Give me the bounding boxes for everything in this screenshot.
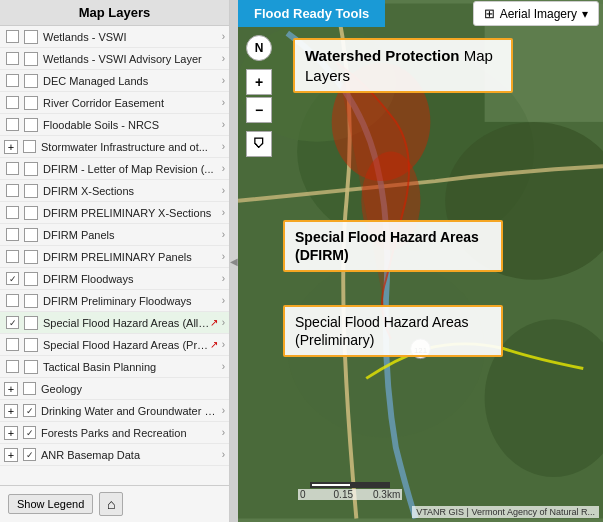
scale-bar: 0 0.15 0.3km xyxy=(298,481,402,500)
checkbox-dfirm-prelim-xsections[interactable] xyxy=(6,206,19,219)
group-label: ANR Basemap Data xyxy=(41,449,222,461)
layer-icon xyxy=(24,52,38,66)
dfirm-text: Special Flood Hazard Areas (DFIRM) xyxy=(295,229,479,263)
dfirm-label: Special Flood Hazard Areas (DFIRM) xyxy=(283,220,503,272)
layer-wetlands-advisory[interactable]: Wetlands - VSWI Advisory Layer › xyxy=(0,48,229,70)
chevron-right-icon: › xyxy=(222,31,225,42)
layer-icon xyxy=(24,272,38,286)
layer-wetlands-vswi[interactable]: Wetlands - VSWI › xyxy=(0,26,229,48)
layer-river-corridor[interactable]: River Corridor Easement › xyxy=(0,92,229,114)
expand-icon[interactable]: + xyxy=(4,448,18,462)
expand-icon[interactable]: + xyxy=(4,382,18,396)
chevron-right-icon: › xyxy=(222,405,225,416)
checkbox-stormwater[interactable] xyxy=(23,140,36,153)
scale-black-segment xyxy=(350,482,390,488)
checkbox-forests-parks[interactable] xyxy=(23,426,36,439)
layer-icon xyxy=(24,250,38,264)
checkbox-dec-managed[interactable] xyxy=(6,74,19,87)
chevron-right-icon: › xyxy=(222,339,225,350)
aerial-imagery-button[interactable]: ⊞ Aerial Imagery ▾ xyxy=(473,1,599,26)
attribution-text: VTANR GIS | Vermont Agency of Natural R.… xyxy=(412,506,599,518)
layer-icon xyxy=(24,228,38,242)
scale-label-015: 0.15 xyxy=(334,489,353,500)
layers-list: Wetlands - VSWI › Wetlands - VSWI Adviso… xyxy=(0,26,229,485)
layer-dfirm-xsections[interactable]: DFIRM X-Sections › xyxy=(0,180,229,202)
chevron-right-icon: › xyxy=(222,295,225,306)
layer-label: DFIRM Floodways xyxy=(43,273,220,285)
arrow-indicator: ↗ xyxy=(210,339,218,350)
layer-tactical-basin[interactable]: Tactical Basin Planning › xyxy=(0,356,229,378)
panel-header: Map Layers xyxy=(0,0,229,26)
arrow-indicator: ↗ xyxy=(210,317,218,328)
layer-icon xyxy=(24,74,38,88)
layer-icon xyxy=(24,30,38,44)
chevron-right-icon: › xyxy=(222,317,225,328)
map-controls: N + − ⛉ xyxy=(246,35,272,157)
layer-label: Wetlands - VSWI Advisory Layer xyxy=(43,53,220,65)
checkbox-dfirm-xsections[interactable] xyxy=(6,184,19,197)
chevron-right-icon: › xyxy=(222,163,225,174)
checkbox-dfirm-letter[interactable] xyxy=(6,162,19,175)
flood-ready-button[interactable]: Flood Ready Tools xyxy=(238,0,385,27)
panel-splitter[interactable] xyxy=(230,0,238,522)
preliminary-text: Special Flood Hazard Areas (Preliminary) xyxy=(295,314,469,348)
zoom-out-button[interactable]: − xyxy=(246,97,272,123)
checkbox-river-corridor[interactable] xyxy=(6,96,19,109)
home-icon-btn[interactable]: ⌂ xyxy=(99,492,123,516)
checkbox-floodable-soils[interactable] xyxy=(6,118,19,131)
layer-dfirm-prelim-floodways[interactable]: DFIRM Preliminary Floodways › xyxy=(0,290,229,312)
checkbox-dfirm-floodways[interactable] xyxy=(6,272,19,285)
scale-label-03: 0.3km xyxy=(373,489,400,500)
chevron-right-icon: › xyxy=(222,75,225,86)
layer-dfirm-floodways[interactable]: DFIRM Floodways › xyxy=(0,268,229,290)
layer-dfirm-prelim-panels[interactable]: DFIRM PRELIMINARY Panels › xyxy=(0,246,229,268)
watershed-label: Watershed Protection Map Layers xyxy=(293,38,513,93)
checkbox-wetlands-advisory[interactable] xyxy=(6,52,19,65)
group-label: Geology xyxy=(41,383,225,395)
layer-stormwater[interactable]: + Stormwater Infrastructure and ot... › xyxy=(0,136,229,158)
expand-icon[interactable]: + xyxy=(4,426,18,440)
layer-dfirm-prelim-xsections[interactable]: DFIRM PRELIMINARY X-Sections › xyxy=(0,202,229,224)
layer-dec-managed[interactable]: DEC Managed Lands › xyxy=(0,70,229,92)
chevron-right-icon: › xyxy=(222,97,225,108)
show-legend-button[interactable]: Show Legend xyxy=(8,494,93,514)
layer-label: Wetlands - VSWI xyxy=(43,31,220,43)
bookmark-button[interactable]: ⛉ xyxy=(246,131,272,157)
zoom-in-button[interactable]: + xyxy=(246,69,272,95)
checkbox-special-flood-prelim[interactable] xyxy=(6,338,19,351)
checkbox-wetlands-vswi[interactable] xyxy=(6,30,19,43)
layer-label: DFIRM PRELIMINARY X-Sections xyxy=(43,207,220,219)
layer-icon xyxy=(24,360,38,374)
checkbox-special-flood-all[interactable] xyxy=(6,316,19,329)
layer-label: DFIRM Preliminary Floodways xyxy=(43,295,220,307)
layer-label: Special Flood Hazard Areas (Preli... xyxy=(43,339,210,351)
layer-icon xyxy=(24,316,38,330)
layer-icon xyxy=(24,118,38,132)
checkbox-dfirm-prelim-floodways[interactable] xyxy=(6,294,19,307)
map-area[interactable]: 121 Flood Ready Tools ⊞ Aerial Imagery ▾… xyxy=(238,0,603,522)
layer-label: Stormwater Infrastructure and ot... xyxy=(41,141,222,153)
layer-special-flood-prelim[interactable]: Special Flood Hazard Areas (Preli... ↗ › xyxy=(0,334,229,356)
layer-dfirm-panels[interactable]: DFIRM Panels › xyxy=(0,224,229,246)
expand-icon[interactable]: + xyxy=(4,404,18,418)
layer-label: DFIRM Panels xyxy=(43,229,220,241)
preliminary-label: Special Flood Hazard Areas (Preliminary) xyxy=(283,305,503,357)
group-label: Forests Parks and Recreation xyxy=(41,427,222,439)
checkbox-dfirm-panels[interactable] xyxy=(6,228,19,241)
layer-icon xyxy=(24,338,38,352)
checkbox-anr-basemap[interactable] xyxy=(23,448,36,461)
checkbox-geology[interactable] xyxy=(23,382,36,395)
group-anr-basemap[interactable]: + ANR Basemap Data › xyxy=(0,444,229,466)
checkbox-tactical-basin[interactable] xyxy=(6,360,19,373)
group-geology[interactable]: + Geology xyxy=(0,378,229,400)
compass-button[interactable]: N xyxy=(246,35,272,61)
layer-special-flood-all[interactable]: Special Flood Hazard Areas (All ... ↗ › xyxy=(0,312,229,334)
checkbox-dfirm-prelim-panels[interactable] xyxy=(6,250,19,263)
group-drinking-water[interactable]: + Drinking Water and Groundwater Pr... › xyxy=(0,400,229,422)
group-forests-parks[interactable]: + Forests Parks and Recreation › xyxy=(0,422,229,444)
layer-dfirm-letter[interactable]: DFIRM - Letter of Map Revision (... › xyxy=(0,158,229,180)
expand-icon[interactable]: + xyxy=(4,140,18,154)
checkbox-drinking-water[interactable] xyxy=(23,404,36,417)
layer-icon xyxy=(24,96,38,110)
layer-floodable-soils[interactable]: Floodable Soils - NRCS › xyxy=(0,114,229,136)
